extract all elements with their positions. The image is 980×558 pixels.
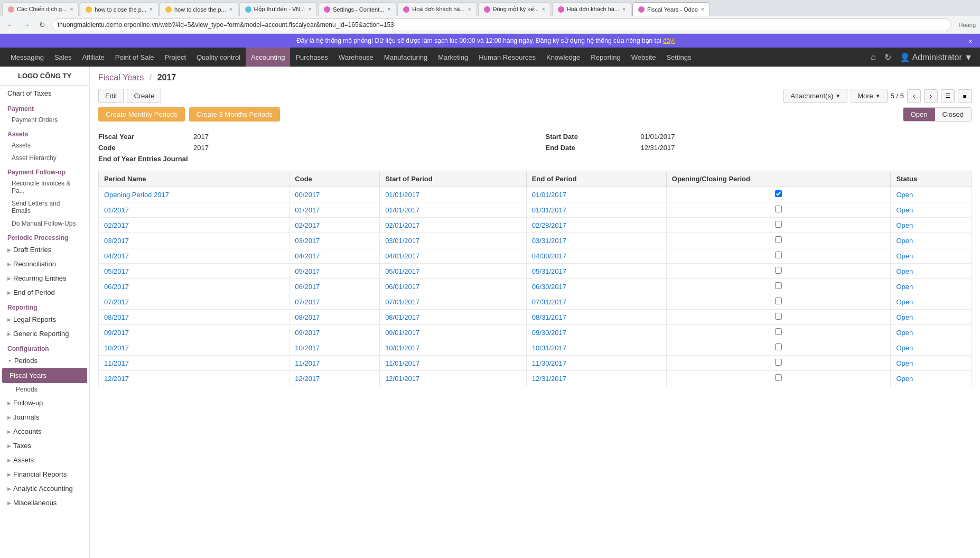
sidebar-item-journals[interactable]: Journals <box>0 410 89 424</box>
cell-period-name[interactable]: 08/2017 <box>99 310 290 325</box>
cell-end[interactable]: 01/01/2017 <box>526 187 666 202</box>
create-button[interactable]: Create <box>127 89 161 103</box>
cell-end[interactable]: 10/31/2017 <box>526 340 666 356</box>
cell-period-name[interactable]: 04/2017 <box>99 248 290 264</box>
list-view-button[interactable]: ☰ <box>941 89 955 103</box>
opening-checkbox[interactable] <box>775 252 782 258</box>
browser-tab-t6[interactable]: Hoá đơn khách hà...× <box>397 2 477 16</box>
browser-tab-t2[interactable]: how to close the p...× <box>80 2 158 16</box>
cell-code[interactable]: 09/2017 <box>290 325 380 340</box>
cell-opening-closing[interactable] <box>666 340 891 356</box>
next-page-button[interactable]: › <box>924 89 938 103</box>
cell-start[interactable]: 10/01/2017 <box>380 340 527 356</box>
sidebar-item-financial-reports[interactable]: Financial Reports <box>0 467 89 481</box>
cell-end[interactable]: 05/31/2017 <box>526 264 666 279</box>
reload-button[interactable]: ↻ <box>36 18 49 31</box>
nav-item-pos[interactable]: Point of Sale <box>110 48 160 67</box>
opening-checkbox[interactable] <box>775 343 782 350</box>
nav-user-icon[interactable]: 👤 Administrator ▼ <box>898 52 975 62</box>
cell-code[interactable]: 07/2017 <box>290 294 380 310</box>
cell-end[interactable]: 11/30/2017 <box>526 356 666 371</box>
cell-period-name[interactable]: 10/2017 <box>99 340 290 356</box>
cell-period-name[interactable]: 06/2017 <box>99 279 290 294</box>
cell-code[interactable]: 06/2017 <box>290 279 380 294</box>
cell-code[interactable]: 12/2017 <box>290 371 380 386</box>
opening-checkbox[interactable] <box>775 313 782 320</box>
breadcrumb-parent[interactable]: Fiscal Years <box>98 73 144 82</box>
cell-start[interactable]: 05/01/2017 <box>380 264 527 279</box>
sidebar-item-miscellaneous[interactable]: Miscellaneous <box>0 496 89 510</box>
sidebar-item-analytic-accounting[interactable]: Analytic Accounting <box>0 481 89 496</box>
nav-item-messaging[interactable]: Messaging <box>5 48 49 67</box>
cell-opening-closing[interactable] <box>666 248 891 264</box>
cell-end[interactable]: 08/31/2017 <box>526 310 666 325</box>
cell-end[interactable]: 03/31/2017 <box>526 233 666 248</box>
cell-code[interactable]: 05/2017 <box>290 264 380 279</box>
sidebar-item-reconciliation[interactable]: Reconciliation <box>0 257 89 271</box>
cell-period-name[interactable]: 03/2017 <box>99 233 290 248</box>
cell-opening-closing[interactable] <box>666 218 891 233</box>
sidebar-item-periods[interactable]: Periods <box>0 383 89 396</box>
cell-end[interactable]: 02/28/2017 <box>526 218 666 233</box>
cell-opening-closing[interactable] <box>666 356 891 371</box>
opening-checkbox[interactable] <box>775 374 782 381</box>
opening-checkbox[interactable] <box>775 297 782 304</box>
nav-item-warehouse[interactable]: Warehouse <box>333 48 379 67</box>
nav-item-sales[interactable]: Sales <box>49 48 77 67</box>
browser-tab-t3[interactable]: how to close the p...× <box>160 2 238 16</box>
cell-period-name[interactable]: 09/2017 <box>99 325 290 340</box>
cell-opening-closing[interactable] <box>666 202 891 218</box>
cell-opening-closing[interactable] <box>666 325 891 340</box>
sidebar-item-payment-orders[interactable]: Payment Orders <box>0 114 89 126</box>
sidebar-item-assets-menu[interactable]: Assets <box>0 453 89 467</box>
cell-end[interactable]: 06/30/2017 <box>526 279 666 294</box>
nav-item-marketing[interactable]: Marketing <box>433 48 473 67</box>
nav-item-affiliate[interactable]: Affiliate <box>77 48 109 67</box>
cell-start[interactable]: 11/01/2017 <box>380 356 527 371</box>
cell-start[interactable]: 01/01/2017 <box>380 202 527 218</box>
cell-opening-closing[interactable] <box>666 294 891 310</box>
cell-period-name[interactable]: 07/2017 <box>99 294 290 310</box>
opening-checkbox[interactable] <box>775 206 782 212</box>
browser-tab-t1[interactable]: Các Chiến dịch g...× <box>2 2 79 16</box>
cell-period-name[interactable]: 12/2017 <box>99 371 290 386</box>
sidebar-item-chart-of-taxes[interactable]: Chart of Taxes <box>0 86 89 101</box>
cell-end[interactable]: 01/31/2017 <box>526 202 666 218</box>
opening-checkbox[interactable] <box>775 190 782 197</box>
sidebar-item-follow-up[interactable]: Follow-up <box>0 396 89 410</box>
back-button[interactable]: ← <box>4 18 17 31</box>
sidebar-item-manual-followups[interactable]: Do Manual Follow-Ups <box>0 217 89 230</box>
forward-button[interactable]: → <box>20 18 33 31</box>
cell-start[interactable]: 09/01/2017 <box>380 325 527 340</box>
browser-tab-t8[interactable]: Hoá đơn khách hà...× <box>552 2 631 16</box>
cell-code[interactable]: 02/2017 <box>290 218 380 233</box>
sidebar-item-recurring-entries[interactable]: Recurring Entries <box>0 271 89 285</box>
opening-checkbox[interactable] <box>775 328 782 335</box>
nav-refresh-icon[interactable]: ↻ <box>882 52 893 62</box>
cell-end[interactable]: 07/31/2017 <box>526 294 666 310</box>
cell-start[interactable]: 07/01/2017 <box>380 294 527 310</box>
nav-item-quality[interactable]: Quality control <box>191 48 246 67</box>
cell-code[interactable]: 04/2017 <box>290 248 380 264</box>
cell-code[interactable]: 00/2017 <box>290 187 380 202</box>
browser-tab-t5[interactable]: Settings - Content...× <box>318 2 396 16</box>
cell-start[interactable]: 12/01/2017 <box>380 371 527 386</box>
cell-period-name[interactable]: 05/2017 <box>99 264 290 279</box>
nav-item-reporting[interactable]: Reporting <box>585 48 626 67</box>
create-monthly-button[interactable]: Create Monthly Periods <box>98 107 185 122</box>
nav-item-knowledge[interactable]: Knowledge <box>541 48 585 67</box>
sidebar-item-assets[interactable]: Assets <box>0 139 89 152</box>
browser-tab-t4[interactable]: Hộp thư đến - VN...× <box>239 2 318 16</box>
cell-code[interactable]: 10/2017 <box>290 340 380 356</box>
nav-item-settings[interactable]: Settings <box>661 48 696 67</box>
cell-period-name[interactable]: 11/2017 <box>99 356 290 371</box>
cell-start[interactable]: 02/01/2017 <box>380 218 527 233</box>
cell-opening-closing[interactable] <box>666 279 891 294</box>
cell-opening-closing[interactable] <box>666 187 891 202</box>
sidebar-item-draft-entries[interactable]: Draft Entries <box>0 243 89 257</box>
browser-tab-t9[interactable]: Fiscal Years - Odoo× <box>632 2 710 16</box>
grid-view-button[interactable]: ■ <box>958 89 972 103</box>
cell-opening-closing[interactable] <box>666 233 891 248</box>
status-closed-button[interactable]: Closed <box>935 108 971 121</box>
sidebar-item-fiscal-years[interactable]: Fiscal Years <box>2 368 87 383</box>
